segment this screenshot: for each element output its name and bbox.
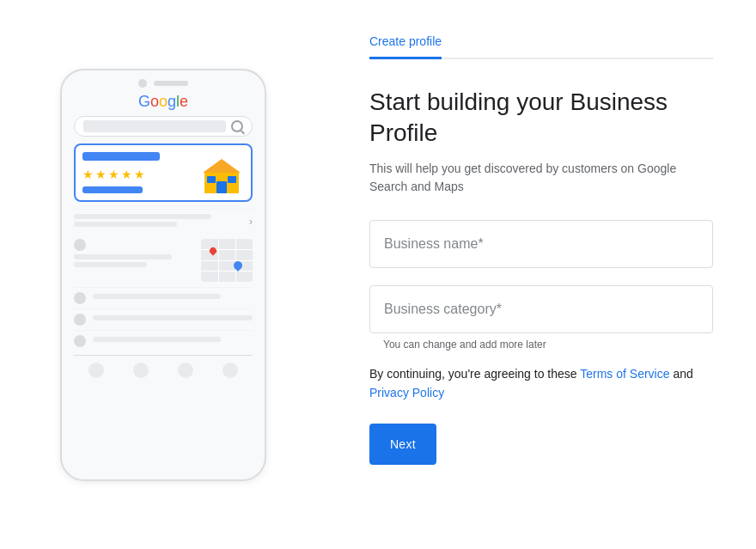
google-letter-g2: g	[168, 93, 176, 110]
category-hint: You can change and add more later	[369, 339, 713, 351]
star-2: ★	[95, 168, 107, 181]
phone-row-text-phone	[93, 315, 253, 323]
google-letter-e: e	[180, 93, 188, 110]
phone-camera	[138, 79, 147, 88]
phone-body: Google ★ ★ ★ ★	[60, 69, 266, 481]
svg-rect-4	[228, 176, 236, 183]
phone-bottom-nav	[74, 355, 253, 381]
next-button[interactable]: Next	[369, 424, 436, 465]
business-subtitle-bar	[82, 186, 143, 193]
phone-row-1: ›	[74, 209, 253, 234]
phone-map-section	[74, 239, 253, 282]
google-letter-o1: o	[150, 93, 159, 110]
phone-search-input-bar	[83, 120, 226, 132]
right-panel: Create profile Start building your Busin…	[326, 0, 756, 549]
phone-top-bar	[62, 70, 265, 93]
phone-row-text-clock	[93, 294, 253, 302]
phone-speaker	[154, 81, 188, 86]
phone-screen: Google ★ ★ ★ ★	[62, 93, 265, 381]
left-panel: Google ★ ★ ★ ★	[0, 0, 326, 549]
privacy-policy-link[interactable]: Privacy Policy	[369, 386, 444, 400]
terms-prefix: By continuing, you're agreeing to these	[369, 367, 580, 381]
google-letter-o2: o	[159, 93, 168, 110]
google-logo: Google	[74, 93, 253, 111]
store-svg	[203, 157, 241, 195]
terms-and: and	[670, 367, 693, 381]
star-3: ★	[108, 168, 119, 181]
phone-icon	[74, 314, 86, 326]
phone-row-phone	[74, 308, 253, 330]
tab-section: Create profile	[369, 34, 713, 59]
chevron-icon: ›	[249, 216, 253, 228]
map-pin-marker	[232, 259, 244, 271]
globe-icon	[74, 335, 86, 347]
map-pin-icon	[74, 239, 86, 251]
google-letter-g: G	[138, 93, 150, 110]
star-5: ★	[134, 168, 145, 181]
tab-create-profile[interactable]: Create profile	[369, 34, 442, 59]
phone-search-bar	[74, 116, 253, 137]
terms-of-service-link[interactable]: Terms of Service	[580, 367, 669, 381]
svg-rect-3	[207, 176, 216, 183]
nav-icon-4	[223, 363, 238, 378]
phone-search-icon	[231, 120, 243, 132]
terms-text: By continuing, you're agreeing to these …	[369, 364, 713, 403]
page-title: Start building your Business Profile	[369, 87, 713, 149]
phone-row-globe	[74, 330, 253, 351]
phone-row-text-1	[74, 214, 246, 229]
business-name-input[interactable]	[369, 220, 713, 268]
clock-icon	[74, 292, 86, 304]
business-category-input[interactable]	[369, 285, 713, 333]
business-title-bar	[82, 152, 160, 161]
map-pin-marker-2	[208, 246, 217, 255]
phone-row-text-globe	[93, 337, 253, 345]
svg-rect-2	[216, 181, 227, 193]
star-4: ★	[121, 168, 132, 181]
page-subtitle: This will help you get discovered by cus…	[369, 160, 713, 196]
business-card-highlight: ★ ★ ★ ★ ★	[74, 143, 253, 202]
phone-illustration: Google ★ ★ ★ ★	[60, 69, 266, 481]
phone-row-clock	[74, 287, 253, 308]
map-thumbnail	[201, 239, 253, 282]
star-1: ★	[82, 168, 94, 181]
map-text-col	[74, 239, 196, 282]
nav-icon-3	[178, 363, 193, 378]
stars-row: ★ ★ ★ ★ ★	[82, 168, 203, 181]
business-card-left: ★ ★ ★ ★ ★	[82, 152, 203, 193]
store-icon	[203, 152, 244, 193]
svg-marker-0	[203, 159, 241, 173]
nav-icon-2	[133, 363, 149, 378]
nav-icon-1	[88, 363, 104, 378]
